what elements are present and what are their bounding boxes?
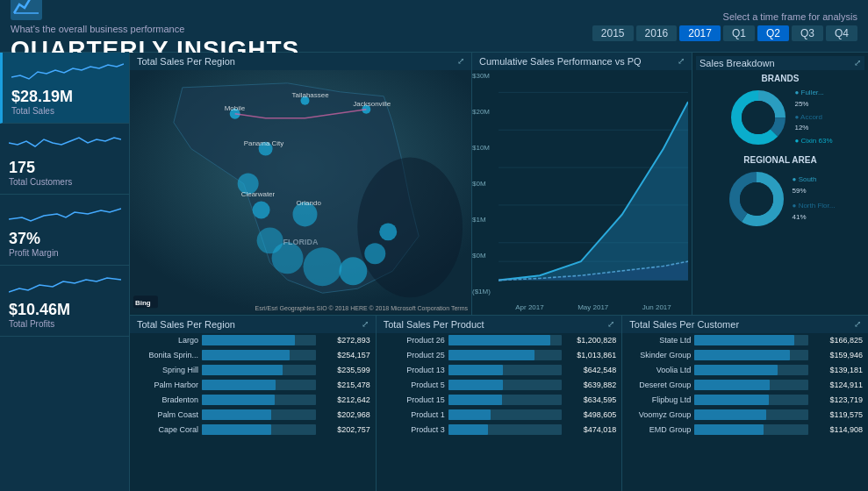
cumulative-expand-icon[interactable]: ⤢ <box>678 56 685 67</box>
map-title-label: Total Sales Per Region <box>137 56 235 67</box>
top-row: Total Sales Per Region ⤢ <box>130 53 868 316</box>
kpi-margin-value: 37% <box>9 230 120 248</box>
bar-fill <box>448 335 551 345</box>
svg-text:Bing: Bing <box>135 299 151 307</box>
header-subtitle: What's the overall business performance <box>11 24 592 34</box>
regional-donut-svg <box>726 168 787 230</box>
bar-label: Product 1 <box>382 410 445 419</box>
bar-track <box>694 424 808 435</box>
bar-fill <box>202 424 271 435</box>
chart-icon <box>11 0 42 20</box>
bar-track <box>448 409 563 420</box>
kpi-total-sales[interactable]: $28.19M Total Sales <box>0 53 129 124</box>
bar-label: Skinder Group <box>628 351 691 359</box>
bar-track <box>202 365 316 375</box>
y-label-neg1m: ($1M) <box>472 288 491 295</box>
kpi-sales-value: $28.19M <box>11 88 120 106</box>
bar-value: $1,200,828 <box>565 336 616 345</box>
map-expand-icon[interactable]: ⤢ <box>457 56 464 67</box>
map-panel: Total Sales Per Region ⤢ <box>130 53 472 315</box>
time-label: Select a time frame for analysis <box>723 11 857 22</box>
q3-btn[interactable]: Q3 <box>792 25 823 41</box>
breakdown-expand-icon[interactable]: ⤢ <box>854 58 861 68</box>
kpi-sales-label: Total Sales <box>11 106 120 116</box>
brands-section: BRANDS ● Fuller...25% <box>696 74 864 148</box>
bar-track <box>448 350 563 360</box>
customer-bars-label: Total Sales Per Customer <box>629 319 739 330</box>
bar-fill <box>448 365 503 375</box>
sparkline-sales <box>11 60 120 84</box>
bar-item: Bradenton $212,642 <box>135 395 370 405</box>
bar-track <box>694 335 808 345</box>
q2-btn[interactable]: Q2 <box>757 25 789 41</box>
svg-text:Jacksonville: Jacksonville <box>353 100 391 108</box>
product-bars-title: Total Sales Per Product ⤢ <box>377 316 622 333</box>
bottom-row: Total Sales Per Region ⤢ Largo $272,893 … <box>130 316 868 491</box>
bar-label: EMD Group <box>628 425 691 434</box>
kpi-profit-margin[interactable]: 37% Profit Margin <box>0 195 129 266</box>
bar-item: Deseret Group $124,911 <box>628 380 863 390</box>
bar-value: $124,911 <box>812 381 863 389</box>
svg-text:Tallahassee: Tallahassee <box>292 91 330 99</box>
q1-btn[interactable]: Q1 <box>723 25 755 41</box>
bar-label: Cape Coral <box>135 425 198 434</box>
year-2016-btn[interactable]: 2016 <box>636 25 678 41</box>
sparkline-customers <box>9 131 120 155</box>
bar-label: Largo <box>135 336 198 345</box>
bar-fill <box>448 350 535 360</box>
y-label-30m: $30M <box>472 72 491 80</box>
q4-btn[interactable]: Q4 <box>826 25 857 41</box>
bar-track <box>448 395 563 405</box>
bar-item: Product 1 $498,605 <box>382 409 617 420</box>
bar-item: Voomyz Group $119,575 <box>628 409 863 420</box>
svg-point-14 <box>364 243 385 264</box>
bar-fill <box>202 380 276 390</box>
kpi-total-profits[interactable]: $10.46M Total Profits <box>0 266 129 337</box>
customer-bars-panel: Total Sales Per Customer ⤢ State Ltd $16… <box>622 316 868 491</box>
customer-bars-expand[interactable]: ⤢ <box>854 319 861 330</box>
bar-item: EMD Group $114,908 <box>628 424 863 435</box>
region-bars-label: Total Sales Per Region <box>137 319 235 330</box>
svg-marker-33 <box>499 102 688 280</box>
header-right: Select a time frame for analysis 2015 20… <box>592 11 857 41</box>
sparkline-profits <box>9 273 120 297</box>
bar-value: $254,157 <box>319 351 370 359</box>
bar-item: Palm Harbor $215,478 <box>135 380 370 390</box>
product-bar-list: Product 26 $1,200,828 Product 25 $1,013,… <box>377 333 622 491</box>
y-label-20m: $20M <box>472 108 491 116</box>
bar-fill <box>202 409 271 420</box>
bar-value: $235,599 <box>319 366 370 374</box>
bar-item: Flipbug Ltd $123,719 <box>628 395 863 405</box>
year-2015-btn[interactable]: 2015 <box>592 25 634 41</box>
bar-value: $642,548 <box>565 366 616 374</box>
bar-value: $202,968 <box>319 410 370 419</box>
product-bars-expand[interactable]: ⤢ <box>607 319 614 330</box>
kpi-total-customers[interactable]: 175 Total Customers <box>0 124 129 195</box>
map-panel-title: Total Sales Per Region ⤢ <box>130 53 471 70</box>
bar-fill <box>694 424 764 435</box>
brand-cixin-label: ● Cixin 63% <box>794 136 832 147</box>
svg-point-41 <box>740 182 773 216</box>
bar-label: State Ltd <box>628 336 691 345</box>
bar-item: Spring Hill $235,599 <box>135 365 370 375</box>
bar-value: $166,825 <box>812 336 863 345</box>
bar-item: Voolia Ltd $139,181 <box>628 365 863 375</box>
time-buttons: 2015 2016 2017 Q1 Q2 Q3 Q4 <box>592 25 857 41</box>
y-label-0m-bot: $0M <box>472 252 491 260</box>
bar-value: $202,757 <box>319 425 370 434</box>
bar-track <box>448 335 563 345</box>
year-2017-btn[interactable]: 2017 <box>679 25 721 41</box>
bar-value: $215,478 <box>319 381 370 389</box>
x-label-may: May 2017 <box>577 303 608 311</box>
bar-value: $1,013,861 <box>565 351 616 359</box>
brand-fuller-label: ● Fuller...25% <box>794 88 832 110</box>
bar-value: $474,018 <box>565 425 616 434</box>
y-axis-labels: $30M $20M $10M $0M $1M $0M ($1M) <box>472 70 491 297</box>
brands-label: BRANDS <box>762 74 800 83</box>
y-label-1m: $1M <box>472 216 491 224</box>
bar-fill <box>448 380 503 390</box>
bar-track <box>694 350 808 360</box>
region-bars-expand[interactable]: ⤢ <box>362 319 369 330</box>
bar-track <box>202 409 316 420</box>
bar-label: Palm Coast <box>135 410 198 419</box>
